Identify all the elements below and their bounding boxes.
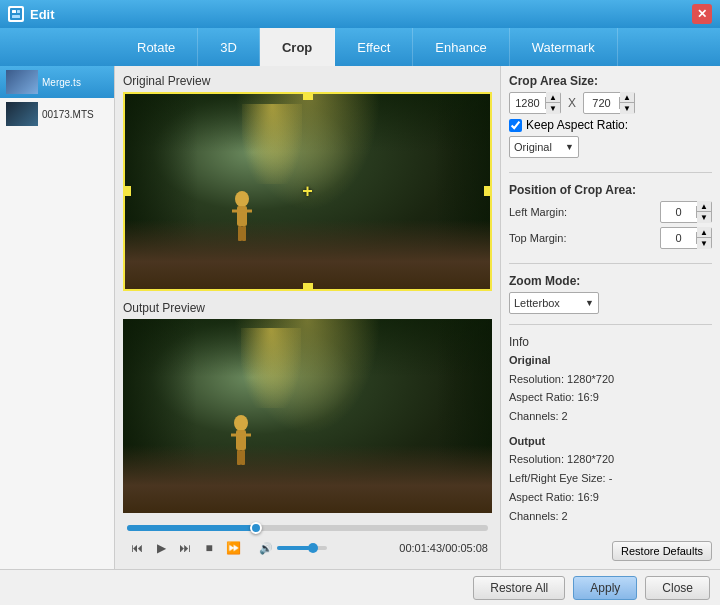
- volume-knob[interactable]: [308, 543, 318, 553]
- aspect-select-row: Original ▼: [509, 136, 712, 158]
- svg-rect-8: [242, 226, 246, 241]
- output-eye-size: Left/Right Eye Size: -: [509, 469, 712, 488]
- crop-handle-top[interactable]: [303, 94, 313, 100]
- crop-size-row: 1280 ▲ ▼ X 720 ▲ ▼: [509, 92, 712, 114]
- svg-rect-0: [10, 8, 22, 20]
- crop-handle-left[interactable]: [125, 186, 131, 196]
- top-margin-up[interactable]: ▲: [697, 227, 711, 238]
- zoom-select-arrow: ▼: [585, 298, 594, 308]
- keep-aspect-label: Keep Aspect Ratio:: [526, 118, 628, 132]
- figure: [227, 191, 257, 246]
- left-margin-arrows: ▲ ▼: [697, 201, 711, 223]
- left-margin-value: 0: [661, 206, 697, 218]
- left-margin-label: Left Margin:: [509, 206, 567, 218]
- height-up[interactable]: ▲: [620, 92, 634, 103]
- top-margin-input[interactable]: 0 ▲ ▼: [660, 227, 712, 249]
- close-button[interactable]: Close: [645, 576, 710, 600]
- file-thumb-1: [6, 70, 38, 94]
- file-thumb-2: [6, 102, 38, 126]
- select-arrow-icon: ▼: [565, 142, 574, 152]
- info-title: Info: [509, 335, 712, 349]
- height-down[interactable]: ▼: [620, 103, 634, 114]
- tab-effect[interactable]: Effect: [335, 28, 413, 66]
- zoom-mode-title: Zoom Mode:: [509, 274, 712, 288]
- original-channels: Channels: 2: [509, 407, 712, 426]
- volume-fill: [277, 546, 310, 550]
- file-item-active[interactable]: Merge.ts: [0, 66, 114, 98]
- info-section: Info Original Resolution: 1280*720 Aspec…: [509, 335, 712, 525]
- skip-forward-button[interactable]: ⏩: [223, 538, 243, 558]
- crop-handle-right[interactable]: [484, 186, 490, 196]
- zoom-mode-section: Zoom Mode: Letterbox ▼: [509, 274, 712, 314]
- restore-defaults-button[interactable]: Restore Defaults: [612, 541, 712, 561]
- svg-rect-2: [17, 10, 20, 13]
- position-section: Position of Crop Area: Left Margin: 0 ▲ …: [509, 183, 712, 253]
- restore-defaults-container: Restore Defaults: [509, 535, 712, 561]
- skip-back-button[interactable]: ⏮: [127, 538, 147, 558]
- output-channels: Channels: 2: [509, 507, 712, 526]
- original-info-title: Original: [509, 351, 712, 370]
- height-value: 720: [584, 97, 620, 109]
- position-title: Position of Crop Area:: [509, 183, 712, 197]
- tab-bar: Rotate 3D Crop Effect Enhance Watermark: [115, 28, 720, 66]
- file-name-2: 00173.MTS: [42, 109, 94, 120]
- file-item-2[interactable]: 00173.MTS: [0, 98, 114, 130]
- content-area: Merge.ts 00173.MTS Original Preview: [0, 66, 720, 569]
- left-margin-down[interactable]: ▼: [697, 212, 711, 223]
- volume-track[interactable]: [277, 546, 327, 550]
- close-window-button[interactable]: ✕: [692, 4, 712, 24]
- width-down[interactable]: ▼: [546, 103, 560, 114]
- height-input[interactable]: 720 ▲ ▼: [583, 92, 635, 114]
- keep-aspect-checkbox[interactable]: [509, 119, 522, 132]
- tab-rotate[interactable]: Rotate: [115, 28, 198, 66]
- preview-panel: Original Preview: [115, 66, 500, 569]
- output-preview-frame: [123, 319, 492, 514]
- total-time: 00:05:08: [445, 542, 488, 554]
- zoom-mode-select[interactable]: Letterbox ▼: [509, 292, 599, 314]
- svg-rect-10: [236, 430, 246, 450]
- main-container: Rotate 3D Crop Effect Enhance Watermark …: [0, 28, 720, 605]
- top-margin-row: Top Margin: 0 ▲ ▼: [509, 227, 712, 249]
- tab-crop[interactable]: Crop: [260, 28, 335, 66]
- svg-rect-7: [238, 226, 242, 241]
- top-margin-value: 0: [661, 232, 697, 244]
- progress-track[interactable]: [127, 525, 488, 531]
- original-aspect-ratio: Aspect Ratio: 16:9: [509, 388, 712, 407]
- left-margin-up[interactable]: ▲: [697, 201, 711, 212]
- crop-handle-bottom[interactable]: [303, 283, 313, 289]
- apply-button[interactable]: Apply: [573, 576, 637, 600]
- width-input[interactable]: 1280 ▲ ▼: [509, 92, 561, 114]
- width-up[interactable]: ▲: [546, 92, 560, 103]
- next-frame-button[interactable]: ⏭: [175, 538, 195, 558]
- width-value: 1280: [510, 97, 546, 109]
- tab-enhance[interactable]: Enhance: [413, 28, 509, 66]
- original-preview-frame[interactable]: +: [123, 92, 492, 291]
- glow: [242, 104, 302, 184]
- original-info: Original Resolution: 1280*720 Aspect Rat…: [509, 351, 712, 426]
- figure-2: [226, 415, 256, 470]
- height-arrows: ▲ ▼: [620, 92, 634, 114]
- right-panel: Crop Area Size: 1280 ▲ ▼ X 720 ▲: [500, 66, 720, 569]
- stop-button[interactable]: ■: [199, 538, 219, 558]
- output-preview-label: Output Preview: [123, 301, 492, 315]
- svg-rect-5: [237, 206, 247, 226]
- left-margin-input[interactable]: 0 ▲ ▼: [660, 201, 712, 223]
- ground: [125, 220, 490, 288]
- original-preview-label: Original Preview: [123, 74, 492, 88]
- original-video: +: [125, 94, 490, 289]
- play-button[interactable]: ▶: [151, 538, 171, 558]
- svg-rect-3: [12, 15, 20, 18]
- progress-knob[interactable]: [250, 522, 262, 534]
- restore-all-button[interactable]: Restore All: [473, 576, 565, 600]
- left-margin-row: Left Margin: 0 ▲ ▼: [509, 201, 712, 223]
- top-margin-down[interactable]: ▼: [697, 238, 711, 249]
- tab-3d[interactable]: 3D: [198, 28, 260, 66]
- tab-watermark[interactable]: Watermark: [510, 28, 618, 66]
- aspect-select[interactable]: Original ▼: [509, 136, 579, 158]
- window-title: Edit: [30, 7, 692, 22]
- current-time: 00:01:43: [399, 542, 442, 554]
- top-margin-label: Top Margin:: [509, 232, 566, 244]
- svg-rect-1: [12, 10, 16, 13]
- top-margin-arrows: ▲ ▼: [697, 227, 711, 249]
- output-resolution: Resolution: 1280*720: [509, 450, 712, 469]
